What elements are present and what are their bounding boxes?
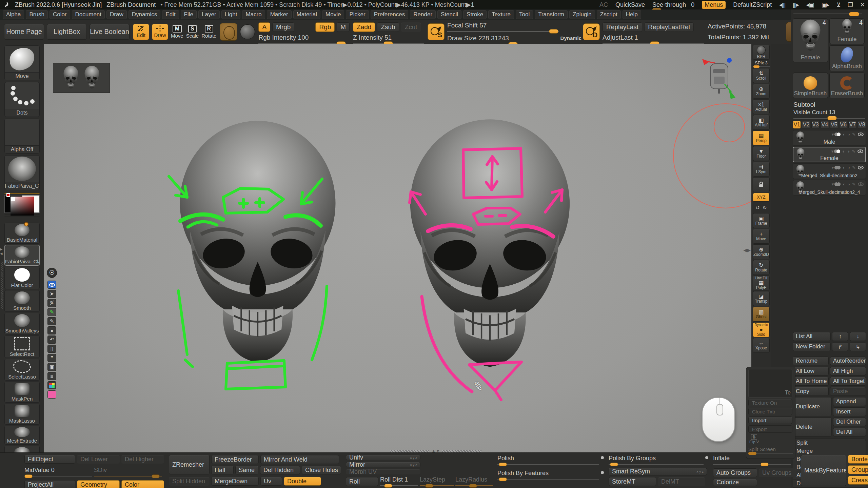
- lazy-radius-slider[interactable]: LazyRadius: [455, 476, 493, 486]
- import-button[interactable]: Import: [4, 217, 40, 217]
- default-zscript-button[interactable]: DefaultZScript: [733, 1, 772, 8]
- all-to-target-button[interactable]: All To Target: [830, 377, 866, 386]
- spin-right-icon[interactable]: ↻: [763, 205, 767, 210]
- strip-spin-buttons[interactable]: ↺ ↻: [753, 202, 770, 212]
- strip-move-button[interactable]: +Move: [753, 229, 770, 244]
- uv-toggle-icon[interactable]: ◐: [842, 149, 845, 154]
- texture-on-button[interactable]: Texture On: [748, 399, 792, 406]
- home-page-button[interactable]: Home Page: [4, 24, 44, 40]
- tab-v4[interactable]: V4: [821, 121, 829, 129]
- del-higher-button[interactable]: Del Higher: [121, 455, 164, 464]
- smart-resym-xyz-toggles[interactable]: x y z: [696, 470, 704, 473]
- tab-v5[interactable]: V5: [830, 121, 838, 129]
- menu-material[interactable]: Material: [293, 10, 320, 19]
- current-brush-thumbnail[interactable]: Move: [4, 45, 40, 80]
- close-holes-button[interactable]: Close Holes: [302, 466, 341, 474]
- strip-solo-button[interactable]: Dynamic●Solo: [753, 322, 770, 337]
- camera-nav-gizmo[interactable]: [700, 58, 737, 107]
- menu-brush[interactable]: Brush: [26, 10, 47, 19]
- polypaint-toggle[interactable]: [835, 149, 840, 153]
- light-position-dot[interactable]: [24, 222, 28, 226]
- subtool-drop-icon[interactable]: ▾: [832, 132, 834, 137]
- right-edge-splitter[interactable]: ◀▶: [743, 247, 751, 253]
- replay-last-rel-button[interactable]: ReplayLastRel: [644, 22, 694, 32]
- brush-toggle-icon[interactable]: ✎: [852, 182, 856, 187]
- tool-thumbnail-female-small[interactable]: 4 Female: [829, 18, 865, 44]
- comment-icon[interactable]: ❞: [47, 354, 56, 362]
- uv-toggle-icon[interactable]: ◐: [843, 182, 845, 187]
- tab-v7[interactable]: V7: [848, 121, 856, 129]
- brush-toggle-icon[interactable]: ✎: [852, 132, 856, 137]
- menu-transform[interactable]: Transform: [535, 10, 568, 19]
- colorize-button[interactable]: Colorize: [713, 479, 757, 486]
- shade-toggle-icon[interactable]: ◑: [847, 182, 850, 187]
- delete-button[interactable]: Delete: [793, 418, 832, 436]
- menu-stencil[interactable]: Stencil: [437, 10, 461, 19]
- auto-reorder-button[interactable]: AutoReorder: [830, 357, 866, 365]
- menu-alpha[interactable]: Alpha: [3, 10, 24, 19]
- scale-mode-button[interactable]: S Scale: [186, 25, 199, 39]
- colorize-a-toggle[interactable]: A: [258, 22, 270, 32]
- polypaint-toggle[interactable]: [836, 182, 841, 186]
- menu-movie[interactable]: Movie: [322, 10, 344, 19]
- polish-by-groups-slider[interactable]: Polish By Groups: [609, 455, 704, 465]
- polish-slider[interactable]: Polish: [497, 455, 599, 465]
- m-button[interactable]: M: [337, 22, 350, 32]
- tab-v8[interactable]: V8: [858, 121, 866, 129]
- highlighter-icon[interactable]: ✎: [47, 308, 56, 316]
- menu-render[interactable]: Render: [410, 10, 436, 19]
- dock-top-slider[interactable]: [793, 12, 865, 16]
- menu-edit[interactable]: Edit: [162, 10, 179, 19]
- menu-layer[interactable]: Layer: [198, 10, 220, 19]
- mrgb-button[interactable]: Mrgb: [272, 22, 294, 32]
- menu-macro[interactable]: Macro: [242, 10, 265, 19]
- del-all-button[interactable]: Del All: [833, 428, 866, 436]
- draw-size-slider[interactable]: Draw Size 228.31243 Dynamic: [447, 35, 559, 42]
- rename-button[interactable]: Rename: [793, 357, 829, 365]
- quicksave-button[interactable]: QuickSave: [615, 1, 645, 8]
- brush-smooth-valleys[interactable]: SmoothValleys: [4, 313, 40, 334]
- same-button[interactable]: Same: [235, 466, 258, 474]
- subtool-drop-icon[interactable]: ▾: [832, 165, 834, 170]
- shade-toggle-icon[interactable]: ◑: [847, 132, 850, 137]
- double-button[interactable]: Double: [284, 477, 321, 486]
- flip-v-button[interactable]: ⇅ Flip V: [748, 434, 760, 444]
- move-subtool-down-button[interactable]: ↓: [850, 332, 866, 341]
- lazy-step-slider[interactable]: LazyStep: [420, 476, 454, 486]
- brush-preview[interactable]: [220, 23, 237, 41]
- strip-polyframe-button[interactable]: Line Fill▦PolyF: [753, 276, 770, 290]
- strip-xpose-button[interactable]: ⇔Xpose: [753, 338, 770, 353]
- move-subtool-up-button[interactable]: ↑: [832, 332, 848, 341]
- menu-stroke[interactable]: Stroke: [463, 10, 487, 19]
- texture-export-button[interactable]: Export: [748, 425, 792, 433]
- unify-button[interactable]: Unify x y z: [346, 455, 420, 460]
- menu-zscript[interactable]: Zscript: [597, 10, 621, 19]
- strip-scroll-button[interactable]: ⇅Scroll: [753, 68, 770, 83]
- rotate-mode-button[interactable]: R Rotate: [201, 25, 216, 39]
- tab-v1[interactable]: V1: [793, 121, 801, 129]
- subtool-panel-title[interactable]: Subtool: [793, 101, 865, 108]
- visible-count-slider[interactable]: Visible Count 13: [793, 109, 865, 116]
- insert-button[interactable]: Insert: [833, 407, 866, 416]
- clone-texture-button[interactable]: Clone Txtr: [748, 408, 792, 415]
- notes-icon[interactable]: ≡: [47, 372, 56, 380]
- merge-button[interactable]: Merge: [793, 447, 866, 455]
- all-to-home-button[interactable]: All To Home: [793, 377, 829, 386]
- divider-right-icon[interactable]: |||▸: [793, 1, 799, 8]
- undo-icon[interactable]: ↶: [47, 336, 56, 344]
- visibility-eye-icon[interactable]: [858, 166, 864, 169]
- mirror-button[interactable]: Mirror x y z: [346, 462, 420, 467]
- brush-toggle-icon[interactable]: ✎: [852, 149, 855, 154]
- material-fabiopaiva-clay[interactable]: FabioPaiva_Clay2: [4, 245, 40, 266]
- strip-ghost-button[interactable]: ▨Ghost: [753, 307, 770, 322]
- divider-left-icon[interactable]: ◂|||: [779, 1, 785, 8]
- menu-preferences[interactable]: Preferences: [371, 10, 409, 19]
- layout-right-icon[interactable]: ▣▸: [821, 1, 829, 8]
- strip-xyz-button[interactable]: XYZ: [753, 193, 770, 202]
- visibility-eye-icon[interactable]: [857, 149, 863, 153]
- strip-frame-button[interactable]: ▣Frame: [753, 213, 770, 228]
- cursor-select-icon[interactable]: ➤: [47, 290, 56, 298]
- brush-smooth[interactable]: Smooth: [4, 290, 40, 312]
- strip-lock-button[interactable]: [753, 177, 770, 192]
- color-toggle[interactable]: Color: [121, 480, 164, 488]
